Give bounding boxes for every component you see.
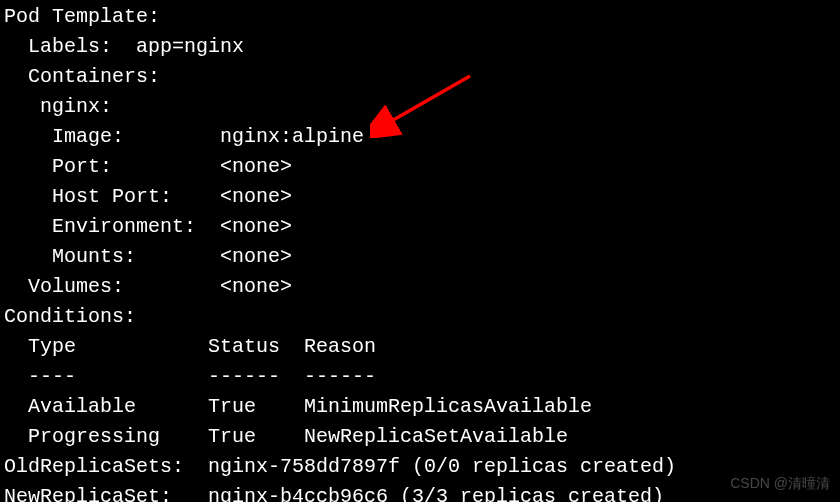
image-key: Image: (4, 125, 220, 148)
pod-template-heading: Pod Template: (4, 5, 160, 28)
cond-row2-status: True (208, 425, 304, 448)
env-key: Environment: (4, 215, 220, 238)
mounts-value: <none> (220, 245, 292, 268)
cond-row1-type: Available (4, 395, 208, 418)
cond-row2-type: Progressing (4, 425, 208, 448)
mounts-key: Mounts: (4, 245, 220, 268)
image-value: nginx:alpine (220, 125, 364, 148)
cond-sep-reason: ------ (304, 365, 376, 388)
conditions-heading: Conditions: (4, 305, 136, 328)
cond-header-reason: Reason (304, 335, 376, 358)
volumes-value: <none> (220, 275, 292, 298)
cond-row2-reason: NewReplicaSetAvailable (304, 425, 568, 448)
hostport-key: Host Port: (4, 185, 220, 208)
cond-row1-reason: MinimumReplicasAvailable (304, 395, 592, 418)
cond-header-status: Status (208, 335, 304, 358)
hostport-value: <none> (220, 185, 292, 208)
labels-value: app=nginx (136, 35, 244, 58)
labels-key: Labels: (4, 35, 136, 58)
port-value: <none> (220, 155, 292, 178)
cond-row1-status: True (208, 395, 304, 418)
volumes-key: Volumes: (4, 275, 220, 298)
containers-heading: Containers: (4, 65, 160, 88)
watermark-text: CSDN @清曈清 (730, 473, 830, 494)
container-name: nginx: (4, 95, 112, 118)
port-key: Port: (4, 155, 220, 178)
newrs-key: NewReplicaSet: (4, 485, 208, 502)
cond-sep-type: ---- (4, 365, 208, 388)
newrs-value: nginx-b4ccb96c6 (3/3 replicas created) (208, 485, 664, 502)
env-value: <none> (220, 215, 292, 238)
oldrs-key: OldReplicaSets: (4, 455, 208, 478)
terminal-output: Pod Template: Labels: app=nginx Containe… (0, 0, 840, 502)
oldrs-value: nginx-758dd7897f (0/0 replicas created) (208, 455, 676, 478)
cond-sep-status: ------ (208, 365, 304, 388)
cond-header-type: Type (4, 335, 208, 358)
